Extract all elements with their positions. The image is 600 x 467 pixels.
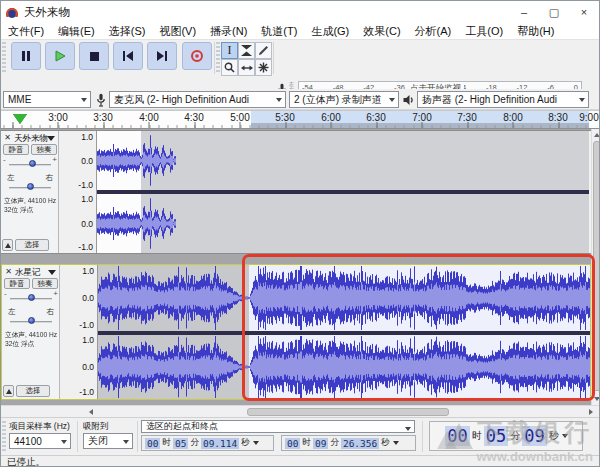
track-1-mute-button[interactable]: 静音 (3, 144, 29, 155)
menu-analyze[interactable]: 分析(A) (408, 24, 459, 39)
ruler-label: 4:30 (184, 112, 203, 123)
menu-tools[interactable]: 工具(O) (458, 24, 510, 39)
record-button[interactable] (182, 42, 212, 70)
chevron-down-icon[interactable] (393, 441, 399, 445)
timeshift-tool[interactable] (238, 59, 255, 76)
timeline-ruler[interactable]: 3:00 3:30 4:00 4:30 5:00 5:30 6:00 6:30 … (1, 110, 599, 129)
timeline-pin-icon[interactable] (13, 114, 27, 124)
track-2-solo-button[interactable]: 独奏 (32, 278, 58, 289)
track-2-close-icon[interactable]: ✕ (4, 267, 13, 276)
track-2-select-button[interactable]: 选择 (16, 385, 50, 397)
title-bar: 天外来物 – ▢ × (1, 1, 599, 23)
track-2-gain-thumb[interactable] (28, 294, 35, 301)
scroll-down-icon[interactable] (594, 397, 600, 401)
selection-start-field[interactable]: 00时 05分 09.114秒 (141, 435, 274, 451)
close-button[interactable]: × (569, 1, 599, 23)
menu-view[interactable]: 视图(V) (152, 24, 203, 39)
tools-toolbar-grip[interactable] (216, 42, 220, 74)
track-1: ✕ 天外来物 静音 独奏 - + 左 右 (1, 130, 591, 254)
ruler-label: 5:30 (275, 112, 294, 123)
zoom-tool[interactable] (221, 59, 238, 76)
ruler-label: 4:00 (139, 112, 158, 123)
project-rate-label: 项目采样率 (Hz) (9, 421, 70, 433)
track-1-pan-slider[interactable] (9, 182, 51, 192)
transport-toolbar-grip[interactable] (2, 42, 6, 72)
envelope-tool[interactable] (238, 42, 255, 59)
pause-button[interactable] (11, 42, 41, 70)
chevron-down-icon[interactable] (562, 434, 568, 438)
track-2-bitdepth: 32位 浮点 (5, 339, 34, 349)
toolbars: I 左 右 -54-48-42-36-30-24-18-12-60 点击开始监视 (1, 40, 599, 89)
scroll-right-icon[interactable] (589, 409, 593, 415)
ruler-label: 8:00 (503, 112, 522, 123)
project-rate-select[interactable]: 44100 (9, 433, 71, 449)
menu-bar: 文件(F) 编辑(E) 选择(S) 视图(V) 播录(N) 轨道(T) 生成(G… (1, 23, 599, 40)
track-1-solo-button[interactable]: 独奏 (31, 144, 57, 155)
status-text: 已停止。 (7, 456, 45, 467)
device-toolbar: MME 麦克风 (2- High Definition Audi 2 (立体声)… (1, 89, 599, 110)
track-1-vertical-scale: 1.0 0.0 -1.0 1.0 0.0 -1.0 (59, 131, 97, 253)
skip-to-start-button[interactable] (113, 42, 143, 70)
chevron-down-icon (579, 98, 585, 102)
draw-tool[interactable] (255, 42, 272, 59)
menu-file[interactable]: 文件(F) (1, 24, 51, 39)
track-2-waveform[interactable] (98, 265, 590, 399)
ruler-label: 8:30 (548, 112, 567, 123)
menu-select[interactable]: 选择(S) (102, 24, 153, 39)
track-1-close-icon[interactable]: ✕ (3, 133, 12, 142)
recording-channels-select[interactable]: 2 (立体声) 录制声道 (289, 91, 399, 108)
vertical-scrollbar-thumb[interactable] (593, 141, 600, 391)
track-1-menu-icon[interactable] (47, 136, 55, 141)
track-1-bitdepth: 32位 浮点 (4, 205, 33, 215)
chevron-down-icon[interactable] (253, 441, 259, 445)
selection-end-field[interactable]: 00时 09分 26.356秒 (281, 435, 416, 451)
window-title: 天外来物 (24, 5, 70, 20)
track-2-gain-slider[interactable]: - + (10, 293, 52, 303)
play-button[interactable] (45, 42, 75, 70)
track-1-waveform[interactable] (97, 131, 589, 253)
track-2-vertical-scale: 1.0 0.0 -1.0 1.0 0.0 -1.0 (60, 265, 98, 399)
track-1-select-button[interactable]: 选择 (15, 239, 49, 251)
scroll-left-icon[interactable] (89, 409, 93, 415)
audio-host-select[interactable]: MME (3, 91, 91, 108)
selection-tool[interactable]: I (221, 42, 238, 59)
menu-tracks[interactable]: 轨道(T) (254, 24, 304, 39)
menu-transport[interactable]: 播录(N) (203, 24, 254, 39)
horizontal-scrollbar-thumb[interactable] (247, 408, 449, 416)
recording-device-select[interactable]: 麦克风 (2- High Definition Audi (109, 91, 286, 108)
track-2-pan-slider[interactable] (10, 316, 52, 326)
track-2-control-panel: ✕ 水星记 静音 独奏 - + 左 右 立 (2, 265, 60, 399)
status-bar: 已停止。 (1, 455, 599, 467)
track-2-menu-icon[interactable] (48, 270, 56, 275)
track-1-collapse-button[interactable] (2, 239, 13, 251)
track-2-collapse-button[interactable] (3, 385, 14, 397)
maximize-button[interactable]: ▢ (539, 1, 569, 23)
asterisk-icon (258, 62, 269, 73)
scroll-up-icon[interactable] (594, 133, 600, 137)
audio-position-display[interactable]: 00时 05分 09秒 (429, 421, 583, 451)
stop-button[interactable] (79, 42, 109, 70)
track-1-gain-slider[interactable]: - + (9, 159, 51, 169)
ruler-label: 6:30 (366, 112, 385, 123)
selection-range-mode-select[interactable]: 选区的起点和终点 (141, 420, 415, 433)
snap-to-select[interactable]: 关闭 (83, 433, 133, 449)
menu-help[interactable]: 帮助(H) (510, 24, 561, 39)
chevron-down-icon (389, 98, 395, 102)
pencil-icon (258, 45, 269, 56)
menu-effect[interactable]: 效果(C) (356, 24, 407, 39)
track-1-gain-thumb[interactable] (29, 160, 36, 167)
minimize-button[interactable]: – (509, 1, 539, 23)
skip-to-end-button[interactable] (147, 42, 177, 70)
playback-device-select[interactable]: 扬声器 (2- High Definition Audi (417, 91, 589, 108)
horizontal-scrollbar[interactable] (1, 405, 600, 418)
track-2-pan-thumb[interactable] (28, 317, 35, 324)
track-2-mute-button[interactable]: 静音 (4, 278, 30, 289)
vertical-scrollbar[interactable] (591, 129, 600, 405)
chevron-down-icon (81, 98, 87, 102)
menu-generate[interactable]: 生成(G) (304, 24, 356, 39)
app-icon (5, 5, 19, 19)
snap-to-label: 吸附到 (83, 421, 109, 433)
track-1-pan-thumb[interactable] (27, 183, 34, 190)
menu-edit[interactable]: 编辑(E) (51, 24, 102, 39)
multi-tool[interactable] (255, 59, 272, 76)
